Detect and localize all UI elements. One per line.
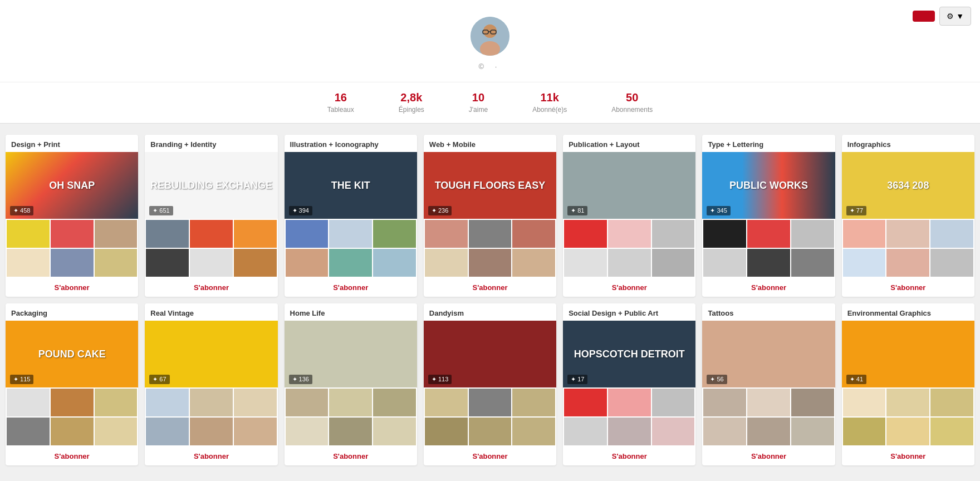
board-thumbnail[interactable] bbox=[469, 249, 512, 277]
board-thumbnail[interactable] bbox=[146, 418, 189, 445]
board-thumbnail[interactable] bbox=[51, 418, 94, 445]
board-thumbnail[interactable] bbox=[791, 249, 834, 277]
board-main-image[interactable]: 3634 208✦ 77 bbox=[842, 152, 974, 219]
board-thumbnail[interactable] bbox=[608, 389, 651, 416]
board-main-image[interactable]: TOUGH FLOORS EASY✦ 236 bbox=[424, 152, 556, 219]
board-thumbnail[interactable] bbox=[747, 220, 790, 248]
board-thumbnail[interactable] bbox=[190, 220, 233, 248]
stat-tableaux[interactable]: 16 Tableaux bbox=[305, 82, 376, 123]
board-thumbnail[interactable] bbox=[425, 220, 468, 248]
board-thumbnail[interactable] bbox=[652, 249, 695, 277]
board-subscribe-button[interactable]: S'abonner bbox=[149, 283, 273, 292]
board-thumbnail[interactable] bbox=[930, 220, 973, 248]
stat-abonnements[interactable]: 50 Abonnements bbox=[589, 82, 675, 123]
board-thumbnail[interactable] bbox=[7, 389, 50, 416]
board-thumbnail[interactable] bbox=[564, 249, 607, 277]
board-thumbnail[interactable] bbox=[608, 220, 651, 248]
board-thumbnail[interactable] bbox=[425, 418, 468, 445]
board-thumbnail[interactable] bbox=[190, 389, 233, 416]
board-thumbnail[interactable] bbox=[234, 249, 277, 277]
board-thumbnail[interactable] bbox=[469, 220, 512, 248]
board-thumbnail[interactable] bbox=[652, 220, 695, 248]
board-thumbnail[interactable] bbox=[791, 418, 834, 445]
board-thumbnail[interactable] bbox=[234, 220, 277, 248]
board-thumbnail[interactable] bbox=[146, 249, 189, 277]
board-thumbnail[interactable] bbox=[747, 389, 790, 416]
board-subscribe-button[interactable]: S'abonner bbox=[289, 283, 413, 292]
board-subscribe-button[interactable]: S'abonner bbox=[10, 452, 134, 460]
board-thumbnail[interactable] bbox=[234, 418, 277, 445]
board-thumbnail[interactable] bbox=[703, 418, 746, 445]
board-thumbnail[interactable] bbox=[512, 389, 555, 416]
board-subscribe-button[interactable]: S'abonner bbox=[567, 283, 691, 292]
board-thumbnail[interactable] bbox=[373, 418, 416, 445]
board-subscribe-button[interactable]: S'abonner bbox=[289, 452, 413, 460]
board-main-image[interactable]: HOPSCOTCH DETROIT✦ 17 bbox=[563, 321, 695, 387]
stat-abonnes[interactable]: 11k Abonné(e)s bbox=[510, 82, 589, 123]
board-thumbnail[interactable] bbox=[843, 220, 886, 248]
board-thumbnail[interactable] bbox=[234, 389, 277, 416]
board-thumbnail[interactable] bbox=[190, 249, 233, 277]
board-thumbnail[interactable] bbox=[886, 220, 929, 248]
board-thumbnail[interactable] bbox=[146, 220, 189, 248]
board-thumbnail[interactable] bbox=[843, 389, 886, 416]
board-thumbnail[interactable] bbox=[146, 389, 189, 416]
board-thumbnail[interactable] bbox=[7, 418, 50, 445]
board-main-image[interactable]: ✦ 56 bbox=[702, 321, 835, 387]
board-thumbnail[interactable] bbox=[329, 389, 372, 416]
board-thumbnail[interactable] bbox=[652, 418, 695, 445]
board-thumbnail[interactable] bbox=[843, 249, 886, 277]
board-main-image[interactable]: ✦ 67 bbox=[145, 321, 277, 387]
board-thumbnail[interactable] bbox=[286, 418, 329, 445]
stat-jaime[interactable]: 10 J'aime bbox=[447, 82, 510, 123]
board-thumbnail[interactable] bbox=[703, 220, 746, 248]
board-thumbnail[interactable] bbox=[512, 249, 555, 277]
board-subscribe-button[interactable]: S'abonner bbox=[567, 452, 691, 460]
board-thumbnail[interactable] bbox=[425, 389, 468, 416]
board-thumbnail[interactable] bbox=[7, 220, 50, 248]
board-thumbnail[interactable] bbox=[843, 418, 886, 445]
board-thumbnail[interactable] bbox=[512, 220, 555, 248]
board-thumbnail[interactable] bbox=[425, 249, 468, 277]
board-thumbnail[interactable] bbox=[747, 249, 790, 277]
board-main-image[interactable]: THE KIT✦ 394 bbox=[285, 152, 417, 219]
board-thumbnail[interactable] bbox=[190, 418, 233, 445]
board-main-image[interactable]: ✦ 41 bbox=[842, 321, 974, 387]
board-thumbnail[interactable] bbox=[286, 220, 329, 248]
board-main-image[interactable]: PUBLIC WORKS✦ 345 bbox=[702, 152, 835, 219]
board-thumbnail[interactable] bbox=[703, 389, 746, 416]
board-subscribe-button[interactable]: S'abonner bbox=[10, 283, 134, 292]
board-thumbnail[interactable] bbox=[329, 220, 372, 248]
board-thumbnail[interactable] bbox=[51, 389, 94, 416]
settings-button[interactable]: ⚙ ▼ bbox=[939, 7, 971, 26]
board-thumbnail[interactable] bbox=[930, 389, 973, 416]
board-thumbnail[interactable] bbox=[373, 249, 416, 277]
board-thumbnail[interactable] bbox=[886, 249, 929, 277]
board-thumbnail[interactable] bbox=[95, 249, 138, 277]
board-thumbnail[interactable] bbox=[286, 389, 329, 416]
board-thumbnail[interactable] bbox=[286, 249, 329, 277]
board-thumbnail[interactable] bbox=[7, 249, 50, 277]
board-thumbnail[interactable] bbox=[886, 389, 929, 416]
board-thumbnail[interactable] bbox=[373, 220, 416, 248]
board-main-image[interactable]: REBUILDING EXCHANGE✦ 651 bbox=[145, 152, 277, 219]
board-thumbnail[interactable] bbox=[329, 249, 372, 277]
board-thumbnail[interactable] bbox=[469, 418, 512, 445]
board-main-image[interactable]: ✦ 136 bbox=[285, 321, 417, 387]
board-subscribe-button[interactable]: S'abonner bbox=[846, 283, 970, 292]
subscribe-button-top[interactable] bbox=[913, 11, 935, 22]
board-thumbnail[interactable] bbox=[95, 220, 138, 248]
board-thumbnail[interactable] bbox=[564, 389, 607, 416]
board-subscribe-button[interactable]: S'abonner bbox=[428, 452, 552, 460]
stat-epingles[interactable]: 2,8k Épingles bbox=[376, 82, 447, 123]
board-thumbnail[interactable] bbox=[95, 418, 138, 445]
board-subscribe-button[interactable]: S'abonner bbox=[428, 283, 552, 292]
board-main-image[interactable]: OH SNAP✦ 458 bbox=[6, 152, 138, 219]
board-subscribe-button[interactable]: S'abonner bbox=[707, 283, 830, 292]
board-thumbnail[interactable] bbox=[930, 249, 973, 277]
board-thumbnail[interactable] bbox=[329, 418, 372, 445]
board-subscribe-button[interactable]: S'abonner bbox=[149, 452, 273, 460]
board-thumbnail[interactable] bbox=[51, 220, 94, 248]
board-thumbnail[interactable] bbox=[791, 220, 834, 248]
board-thumbnail[interactable] bbox=[469, 389, 512, 416]
